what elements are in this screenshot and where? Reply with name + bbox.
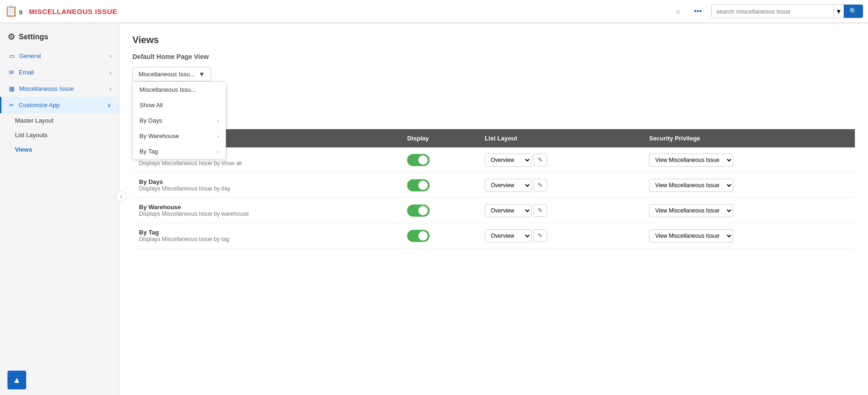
app-badge: 9 xyxy=(19,9,22,16)
edit-layout-button[interactable]: ✎ xyxy=(533,229,547,242)
sidebar-item-label-email: Email xyxy=(19,69,34,76)
cell-display xyxy=(401,147,478,173)
col-security-privilege: Security Privilege xyxy=(642,129,855,147)
display-toggle[interactable] xyxy=(407,205,430,217)
dropdown-chevron-icon: ▼ xyxy=(199,71,205,78)
sidebar-sub-item-master-layout[interactable]: Master Layout xyxy=(0,113,119,128)
sidebar-item-customize-app[interactable]: ✂ Customize App ∨ xyxy=(0,97,119,113)
email-icon: ✉ xyxy=(9,69,14,76)
layout: ⚙ Settings ▭ General › ✉ Email › ▦ xyxy=(0,23,868,395)
cell-display xyxy=(401,198,478,223)
edit-icon: ✎ xyxy=(538,232,543,239)
misc-icon: ▦ xyxy=(9,85,15,92)
edit-icon: ✎ xyxy=(538,156,543,163)
list-layout-select[interactable]: Overview xyxy=(485,154,532,167)
sidebar-sub-item-list-layouts[interactable]: List Layouts xyxy=(0,128,119,142)
list-layout-select[interactable]: Overview xyxy=(485,179,532,192)
table-row: By Tag Displays Miscellaneous Issue by t… xyxy=(132,223,855,249)
sidebar-sub-item-views[interactable]: Views xyxy=(0,142,119,157)
submenu-arrow-icon: › xyxy=(217,118,219,124)
sidebar-item-miscellaneous-issue[interactable]: ▦ Miscellaneous Issue › xyxy=(0,80,119,97)
toggle-slider xyxy=(407,179,430,191)
app-logo-wrap: 📋 9 xyxy=(5,5,22,17)
cell-list-layout: Overview ✎ xyxy=(478,198,642,223)
view-name-text: By Tag xyxy=(139,229,394,236)
sidebar-title: Settings xyxy=(19,33,48,41)
section-title: Default Home Page View xyxy=(132,53,855,60)
home-button[interactable]: ⌂ xyxy=(671,5,685,18)
cell-list-layout: Overview ✎ xyxy=(478,173,642,198)
list-layout-select[interactable]: Overview xyxy=(485,229,532,242)
col-list-layout: List Layout xyxy=(478,129,642,147)
sidebar-sub-label-list-layouts: List Layouts xyxy=(15,132,47,139)
table-body: Show All Displays Miscellaneous Issue by… xyxy=(132,147,855,249)
app-title: MISCELLANEOUS ISSUE xyxy=(29,7,117,15)
general-icon: ▭ xyxy=(9,52,15,59)
sidebar-bottom: ▲ xyxy=(0,365,119,395)
list-layout-select[interactable]: Overview xyxy=(485,204,532,217)
table-row: Show All Displays Miscellaneous Issue by… xyxy=(132,147,855,173)
privilege-select[interactable]: View Miscellaneous Issue xyxy=(649,154,733,167)
cell-security-privilege: View Miscellaneous Issue xyxy=(642,198,855,223)
cell-display xyxy=(401,223,478,249)
app-logo-icon: 📋 xyxy=(5,5,17,17)
display-toggle[interactable] xyxy=(407,179,430,191)
view-desc-text: Displays Miscellaneous Issue by show all xyxy=(139,160,394,167)
sidebar-nav: ▭ General › ✉ Email › ▦ Miscellaneous Is… xyxy=(0,48,119,365)
display-toggle[interactable] xyxy=(407,154,430,166)
sidebar-item-label-customize: Customize App xyxy=(19,102,59,109)
dropdown-item-by-warehouse[interactable]: By Warehouse › xyxy=(133,128,226,144)
cell-view-name: By Tag Displays Miscellaneous Issue by t… xyxy=(132,223,401,249)
dropdown-item-label: Show All xyxy=(139,102,163,109)
sidebar-item-email[interactable]: ✉ Email › xyxy=(0,64,119,80)
dropdown-item-by-tag[interactable]: By Tag › xyxy=(133,144,226,159)
privilege-select[interactable]: View Miscellaneous Issue xyxy=(649,179,733,192)
dropdown-item-label: By Days xyxy=(139,117,162,124)
scroll-up-button[interactable]: ▲ xyxy=(7,371,26,389)
dropdown-item-show-all[interactable]: Show All xyxy=(133,97,226,113)
search-submit-button[interactable]: 🔍 xyxy=(844,5,863,18)
search-wrap: ▼ 🔍 xyxy=(711,4,863,18)
privilege-select[interactable]: View Miscellaneous Issue xyxy=(649,204,733,217)
cell-list-layout: Overview ✎ xyxy=(478,147,642,173)
more-options-button[interactable]: ••• xyxy=(689,4,707,18)
cell-display xyxy=(401,173,478,198)
display-toggle[interactable] xyxy=(407,230,430,242)
sidebar-item-general[interactable]: ▭ General › xyxy=(0,48,119,64)
more-icon: ••• xyxy=(694,7,702,15)
cell-security-privilege: View Miscellaneous Issue xyxy=(642,147,855,173)
submenu-arrow-icon: › xyxy=(217,149,219,154)
table-row: By Warehouse Displays Miscellaneous Issu… xyxy=(132,198,855,223)
default-view-dropdown-button[interactable]: Miscellaneous Issu... ▼ xyxy=(132,67,211,81)
sidebar-sub-label-master-layout: Master Layout xyxy=(15,117,53,124)
table-row: By Days Displays Miscellaneous Issue by … xyxy=(132,173,855,198)
edit-icon: ✎ xyxy=(538,182,543,189)
chevron-right-icon: › xyxy=(109,53,111,59)
dropdown-menu: Miscellaneous Issu... Show All By Days ›… xyxy=(132,81,226,160)
dropdown-item-by-days[interactable]: By Days › xyxy=(133,113,226,128)
search-dropdown-button[interactable]: ▼ xyxy=(833,5,844,18)
up-arrow-icon: ▲ xyxy=(13,375,21,385)
edit-layout-button[interactable]: ✎ xyxy=(533,154,547,166)
edit-layout-button[interactable]: ✎ xyxy=(533,179,547,191)
page-title: Views xyxy=(132,35,855,45)
dropdown-item-label: Miscellaneous Issu... xyxy=(139,86,196,93)
topbar: 📋 9 MISCELLANEOUS ISSUE ⌂ ••• ▼ 🔍 xyxy=(0,0,868,23)
search-icon: 🔍 xyxy=(849,7,857,15)
privilege-select[interactable]: View Miscellaneous Issue xyxy=(649,229,733,242)
search-input[interactable] xyxy=(712,5,833,18)
dropdown-item-misc[interactable]: Miscellaneous Issu... xyxy=(133,82,226,97)
dropdown-item-label: By Tag xyxy=(139,148,158,155)
main-content: Views Default Home Page View Miscellaneo… xyxy=(119,23,868,395)
view-name-text: By Days xyxy=(139,178,394,185)
cell-view-name: By Warehouse Displays Miscellaneous Issu… xyxy=(132,198,401,223)
view-name-text: By Warehouse xyxy=(139,204,394,211)
cell-security-privilege: View Miscellaneous Issue xyxy=(642,173,855,198)
default-view-dropdown-container: Miscellaneous Issu... ▼ Miscellaneous Is… xyxy=(132,67,211,81)
cell-view-name: By Days Displays Miscellaneous Issue by … xyxy=(132,173,401,198)
customize-icon: ✂ xyxy=(9,102,14,109)
toggle-slider xyxy=(407,154,430,166)
view-desc-text: Displays Miscellaneous Issue by tag xyxy=(139,236,394,242)
col-display: Display xyxy=(401,129,478,147)
edit-layout-button[interactable]: ✎ xyxy=(533,204,547,217)
